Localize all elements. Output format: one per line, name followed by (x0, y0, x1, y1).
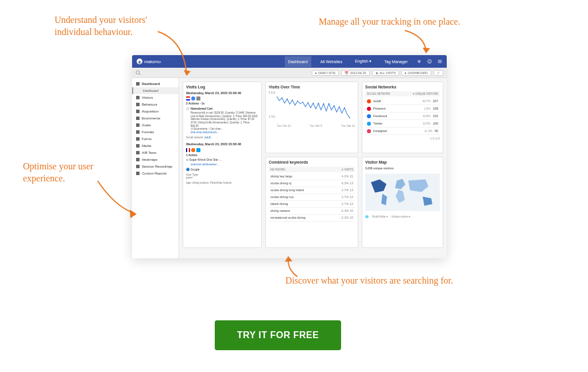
log-date: Wednesday, March 23, 2022 23:50:49 (186, 91, 258, 95)
sidebar-item-visitors[interactable]: Visitors (132, 94, 179, 101)
topnav-english[interactable]: English ▾ (351, 56, 375, 67)
flag-icon (186, 148, 190, 152)
social-row[interactable]: Pinterest1.5%158 (365, 105, 440, 113)
keyword-row[interactable]: diving careers-2.2% 10 (269, 208, 355, 215)
topnav-dashboard[interactable]: Dashboard (285, 56, 311, 67)
try-it-for-free-button[interactable]: TRY IT FOR FREE (215, 320, 341, 350)
arrow-tr (402, 28, 436, 56)
sidebar-item-goals[interactable]: Goals (132, 122, 179, 129)
card-social: Social Networks SOCIAL NETWORK▾ UNIQUE V… (362, 82, 443, 153)
log-actions-count: 1 Action (186, 153, 258, 157)
keyword-row[interactable]: scuba diving nj6.3% 13 (269, 180, 355, 187)
globe-icon: 🌐 (365, 215, 369, 218)
social-row[interactable]: Twitter12.5%100 (365, 120, 440, 127)
social-row[interactable]: Instagram11.3%55 (365, 127, 440, 135)
svg-point-13 (297, 100, 298, 102)
annotation-top-left: Understand your visitors' individual beh… (55, 14, 175, 38)
sidebar-item-funnels[interactable]: Funnels (132, 129, 179, 135)
sidebar-item-forms[interactable]: Forms (132, 135, 179, 142)
sidebar-sub-dashboard[interactable]: Dashboard (132, 87, 179, 94)
sidebar-item-heatmaps[interactable]: Heatmaps (132, 156, 179, 163)
social-title: Social Networks (365, 85, 440, 89)
keyword-row[interactable]: diving key largo4.2% 21 (269, 173, 355, 180)
menu-icon[interactable] (438, 59, 442, 64)
vmap-metric[interactable]: Unique visitors ▾ (392, 215, 411, 218)
funnels-icon (136, 130, 140, 134)
dashboard-content: Visits Log Wednesday, March 23, 2022 23:… (179, 78, 447, 258)
logo-icon: ◐ (137, 59, 142, 64)
sidebar-item-session-recordings[interactable]: Session Recordings (132, 163, 179, 170)
svg-point-18 (323, 103, 324, 104)
reports-icon (136, 172, 140, 175)
sidebar-item-ecommerce[interactable]: Ecommerce (132, 115, 179, 122)
log-page-row: ⊙ Sugar Wreck Dive Site -... (186, 158, 258, 162)
svg-point-23 (349, 117, 350, 118)
vmap-subtitle: 3,039 unique visitors (365, 166, 440, 170)
card-combined-keywords: Combined keywords KEYWORD▾ VISITS diving… (265, 157, 358, 249)
media-icon (136, 144, 140, 148)
browser-icon (191, 148, 195, 152)
svg-point-17 (318, 103, 319, 104)
social-row[interactable]: Facebook12.8%152 (365, 113, 440, 120)
social-row[interactable]: reddit40.7%207 (365, 98, 440, 105)
svg-point-19 (328, 103, 330, 104)
log-link[interactable]: divezone.net/divesites/... (191, 163, 258, 166)
abtests-icon (136, 151, 140, 154)
sidebar-item-custom-reports[interactable]: Custom Reports (132, 170, 179, 177)
os-icon (196, 96, 200, 100)
topnav-tag-manager[interactable]: Tag Manager (381, 56, 411, 67)
sidebar: Dashboard Dashboard Visitors Behaviour A… (132, 78, 179, 258)
svg-point-14 (302, 102, 303, 103)
ecommerce-icon (136, 117, 140, 120)
filter-expand[interactable]: ⤢ (434, 70, 443, 76)
topnav-all-websites[interactable]: All Websites (317, 56, 346, 67)
card-visits-over-time: Visits Over Time 5,516 2,761 Tue, Feb 22… (265, 82, 358, 153)
keyword-row[interactable]: takarli diving2.7% 12 (269, 201, 355, 208)
svg-rect-4 (438, 60, 442, 61)
twitter-icon (367, 122, 371, 126)
filter-site[interactable]: ▸ DEMO SITE (312, 70, 339, 76)
svg-point-16 (313, 103, 314, 104)
log-link[interactable]: dive-shop.net/products... (191, 131, 258, 134)
keyword-row[interactable]: scuba diving nyc2.7% 12 (269, 194, 355, 201)
top-nav: Dashboard All Websites English ▾ Tag Man… (285, 56, 442, 67)
visitors-icon (136, 96, 140, 99)
behaviour-icon (136, 103, 140, 106)
svg-point-1 (419, 61, 420, 62)
annotation-mid-left: Optimise your user experience. (23, 161, 109, 185)
annotation-bottom: Discover what your visitors are searchin… (285, 275, 515, 287)
sidebar-item-acquisition[interactable]: Acquisition (132, 108, 179, 115)
svg-rect-6 (438, 63, 442, 63)
acquisition-icon (136, 110, 140, 113)
gear-icon[interactable] (417, 59, 421, 64)
filter-segment[interactable]: ◈ ALL VISITS (372, 70, 400, 76)
recordings-icon (136, 165, 140, 168)
log-cart-detail: Revenue left in cart: $109.90, Quantity:… (191, 111, 258, 127)
svg-point-15 (307, 102, 308, 103)
chart-area: 5,516 2,761 Tue, Feb 22 Tue, Mar 8 Tue, … (269, 91, 355, 143)
vmap-title: Visitor Map (365, 160, 440, 164)
instagram-icon (367, 129, 371, 133)
vot-title: Visits Over Time (269, 85, 355, 89)
keyword-row[interactable]: scuba diving long island2.7% 13 (269, 187, 355, 194)
world-map[interactable] (365, 172, 440, 213)
keyword-row[interactable]: recreational scuba diving-2.2% 10 (269, 215, 355, 222)
filter-date[interactable]: 📅 2022-06-25 (341, 70, 369, 76)
annotation-top-right: Manage all your tracking in one place. (319, 16, 508, 28)
sidebar-item-media[interactable]: Media (132, 142, 179, 149)
matomo-screenshot: ◐ matomo Dashboard All Websites English … (132, 55, 447, 258)
search-icon[interactable] (136, 70, 141, 76)
svg-line-8 (140, 73, 141, 75)
log-entry: Wednesday, March 23, 2022 23:50:49 2 Act… (186, 91, 258, 139)
log-actions-count: 2 Actions - 1s (186, 102, 258, 106)
info-icon[interactable]: i (427, 59, 432, 64)
vmap-scope[interactable]: World-Wide ▾ (372, 215, 388, 218)
reddit-icon (367, 99, 371, 103)
sidebar-item-abtests[interactable]: A/B Tests (132, 149, 179, 156)
filter-dashboard[interactable]: ▸ DASHBOARD (401, 70, 431, 76)
sidebar-item-behaviour[interactable]: Behaviour (132, 101, 179, 108)
svg-point-12 (292, 99, 293, 100)
visits-log-title: Visits Log (186, 85, 258, 89)
log-entry: Wednesday, March 23, 2022 23:50:48 1 Act… (186, 142, 258, 185)
sidebar-item-dashboard[interactable]: Dashboard (132, 80, 179, 87)
